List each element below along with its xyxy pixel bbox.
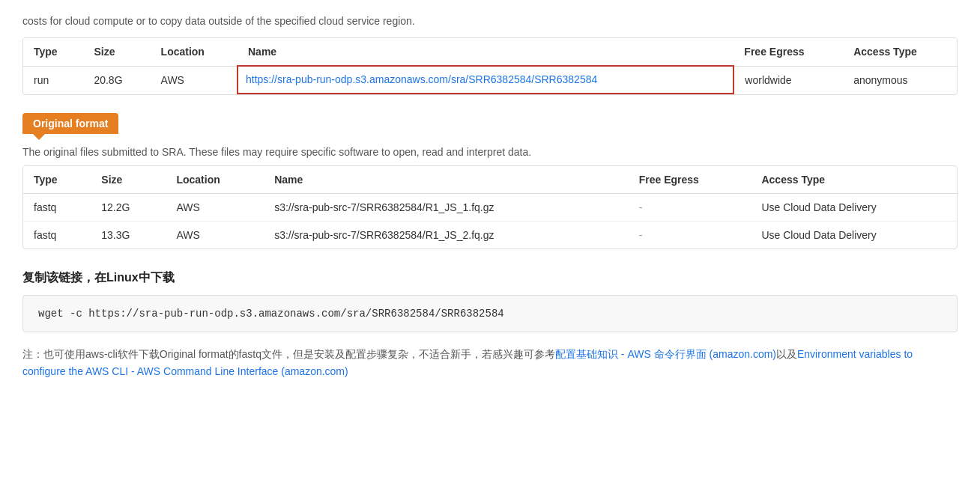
col-size: Size <box>83 38 150 66</box>
orig-cell-egress-1: - <box>629 221 751 248</box>
run-file-link[interactable]: https://sra-pub-run-odp.s3.amazonaws.com… <box>246 73 597 85</box>
orig-table-header-row: Type Size Location Name Free Egress Acce… <box>23 166 957 194</box>
orig-cell-access-1: Use Cloud Data Delivery <box>751 221 957 248</box>
orig-col-location: Location <box>166 166 264 194</box>
cell-access-type: anonymous <box>843 66 957 94</box>
original-format-description: The original files submitted to SRA. The… <box>22 146 958 158</box>
run-table-wrapper: Type Size Location Name Free Egress Acce… <box>22 37 958 95</box>
original-format-table-wrapper: Type Size Location Name Free Egress Acce… <box>22 165 958 249</box>
run-table-header-row: Type Size Location Name Free Egress Acce… <box>23 38 957 66</box>
cell-location: AWS <box>151 66 238 94</box>
orig-cell-type-1: fastq <box>23 221 91 248</box>
orig-cell-egress-0: - <box>629 193 751 221</box>
download-title: 复制该链接，在Linux中下载 <box>22 270 958 286</box>
orig-col-size: Size <box>91 166 166 194</box>
table-row: fastq 12.2G AWS s3://sra-pub-src-7/SRR63… <box>23 193 957 221</box>
cell-free-egress: worldwide <box>734 66 843 94</box>
orig-cell-size-1: 13.3G <box>91 221 166 248</box>
cell-name[interactable]: https://sra-pub-run-odp.s3.amazonaws.com… <box>238 66 734 94</box>
col-type: Type <box>23 38 83 66</box>
orig-cell-name-1: s3://sra-pub-src-7/SRR6382584/R1_JS_2.fq… <box>264 221 629 248</box>
col-free-egress: Free Egress <box>734 38 843 66</box>
aws-cli-link-1[interactable]: 配置基础知识 - AWS 命令行界面 (amazon.com) <box>555 348 776 360</box>
orig-col-name: Name <box>264 166 629 194</box>
table-row: run 20.8G AWS https://sra-pub-run-odp.s3… <box>23 66 957 94</box>
run-table: Type Size Location Name Free Egress Acce… <box>23 38 957 94</box>
col-access-type: Access Type <box>843 38 957 66</box>
cell-type: run <box>23 66 83 94</box>
orig-cell-name-0: s3://sra-pub-src-7/SRR6382584/R1_JS_1.fq… <box>264 193 629 221</box>
orig-col-access-type: Access Type <box>751 166 957 194</box>
code-block: wget -c https://sra-pub-run-odp.s3.amazo… <box>22 295 958 332</box>
orig-cell-location-0: AWS <box>166 193 264 221</box>
orig-cell-size-0: 12.2G <box>91 193 166 221</box>
table-row: fastq 13.3G AWS s3://sra-pub-src-7/SRR63… <box>23 221 957 248</box>
original-format-table: Type Size Location Name Free Egress Acce… <box>23 166 957 248</box>
note-text: 注：也可使用aws-cli软件下载Original format的fastq文件… <box>22 346 958 382</box>
original-format-section: Original format The original files submi… <box>22 113 958 249</box>
orig-cell-access-0: Use Cloud Data Delivery <box>751 193 957 221</box>
intro-text: costs for cloud compute or to copy data … <box>22 15 958 27</box>
col-name: Name <box>238 38 734 66</box>
note-prefix: 注：也可使用aws-cli软件下载Original format的fastq文件… <box>22 348 555 360</box>
orig-col-type: Type <box>23 166 91 194</box>
orig-col-free-egress: Free Egress <box>629 166 751 194</box>
download-section: 复制该链接，在Linux中下载 wget -c https://sra-pub-… <box>22 270 958 382</box>
orig-cell-type-0: fastq <box>23 193 91 221</box>
cell-size: 20.8G <box>83 66 150 94</box>
col-location: Location <box>151 38 238 66</box>
orig-cell-location-1: AWS <box>166 221 264 248</box>
original-format-badge: Original format <box>22 113 118 134</box>
note-mid: 以及 <box>776 348 797 360</box>
